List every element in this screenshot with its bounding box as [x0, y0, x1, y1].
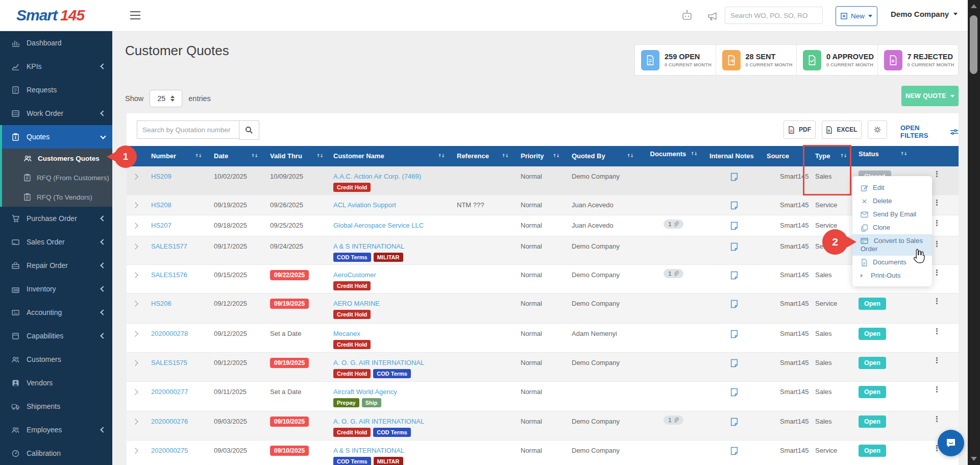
- internal-note-icon[interactable]: [730, 300, 738, 308]
- internal-note-icon[interactable]: [730, 222, 738, 230]
- sidebar-item-shipments[interactable]: Shipments: [0, 395, 112, 418]
- internal-note-icon[interactable]: [730, 330, 738, 338]
- row-actions-menu-button[interactable]: ⋮: [933, 198, 941, 207]
- row-expand-chevron[interactable]: [127, 236, 147, 264]
- chevron-right-icon[interactable]: [132, 301, 138, 306]
- pdf-export-button[interactable]: PDF: [783, 120, 816, 139]
- quote-number-link[interactable]: SALES1577: [151, 242, 187, 250]
- customer-name-link[interactable]: A. O. G. AIR INTERNATIONAL: [333, 418, 424, 425]
- smart145-logo[interactable]: Smart145: [16, 7, 84, 24]
- page-scrollbar[interactable]: [968, 0, 980, 465]
- internal-notes-cell[interactable]: [705, 265, 763, 293]
- row-expand-chevron[interactable]: [127, 195, 147, 215]
- sidebar-item-sales-order[interactable]: Sales Order: [0, 230, 112, 254]
- robot-assistant-icon[interactable]: [680, 9, 694, 23]
- customer-name-link[interactable]: A.A.C. Action Air Corp. (7469): [333, 173, 421, 180]
- chevron-right-icon[interactable]: [132, 331, 138, 336]
- quote-number-link[interactable]: 2020000277: [151, 388, 188, 396]
- internal-note-icon[interactable]: [730, 447, 738, 455]
- row-expand-chevron[interactable]: [127, 293, 147, 323]
- row-actions-menu-button[interactable]: ⋮: [933, 327, 941, 336]
- row-expand-chevron[interactable]: [127, 382, 147, 411]
- internal-notes-cell[interactable]: [705, 324, 763, 352]
- quote-number-link[interactable]: 2020000275: [151, 447, 188, 454]
- customer-name-link[interactable]: ACL Aviation Support: [333, 201, 396, 209]
- menu-item-delete[interactable]: Delete: [852, 194, 932, 208]
- sort-icon[interactable]: ↑↓: [251, 153, 258, 158]
- chevron-right-icon[interactable]: [132, 202, 138, 208]
- row-expand-chevron[interactable]: [127, 166, 147, 194]
- row-expand-chevron[interactable]: [127, 324, 147, 352]
- row-actions-menu-button[interactable]: ⋮: [933, 218, 941, 228]
- customer-name-link[interactable]: AeroCustomer: [333, 271, 376, 279]
- chevron-right-icon[interactable]: [132, 360, 138, 365]
- scrollbar-thumb[interactable]: [970, 15, 977, 74]
- sidebar-item-calibration[interactable]: Calibration: [0, 442, 112, 465]
- sort-icon[interactable]: ↑↓: [691, 151, 697, 156]
- documents-count-pill[interactable]: 1: [664, 269, 683, 278]
- chevron-right-icon[interactable]: [132, 389, 138, 395]
- column-header-status[interactable]: ↑↓Status: [855, 146, 915, 166]
- documents-count-pill[interactable]: 1: [664, 415, 683, 425]
- internal-note-icon[interactable]: [730, 242, 738, 251]
- sort-icon[interactable]: ↑↓: [627, 153, 633, 158]
- row-expand-chevron[interactable]: [127, 353, 147, 381]
- sidebar-item-rfq-from-customers[interactable]: RFQ (From Customers): [0, 168, 112, 187]
- announcements-icon[interactable]: [705, 9, 720, 23]
- internal-note-icon[interactable]: [730, 359, 738, 368]
- new-button[interactable]: New: [836, 6, 877, 26]
- internal-notes-cell[interactable]: [705, 293, 763, 323]
- menu-item-clone[interactable]: Clone: [852, 221, 932, 234]
- chevron-right-icon[interactable]: [132, 419, 138, 424]
- sidebar-item-vendors[interactable]: Vendors: [0, 371, 112, 395]
- row-actions-menu-button[interactable]: ⋮: [933, 169, 941, 179]
- column-header-valid-thru[interactable]: ↑↓Valid Thru: [266, 146, 331, 166]
- row-actions-menu-button[interactable]: ⋮: [933, 239, 941, 249]
- chevron-right-icon[interactable]: [132, 174, 138, 179]
- global-search-input[interactable]: [725, 7, 823, 24]
- sidebar-item-accounting[interactable]: Accounting: [0, 301, 112, 324]
- internal-note-icon[interactable]: [730, 173, 738, 181]
- sidebar-item-dashboard[interactable]: Dashboard: [0, 31, 112, 55]
- column-header-priority[interactable]: ↑↓Priority: [517, 146, 568, 166]
- row-actions-menu-button[interactable]: ⋮: [933, 414, 941, 424]
- column-header-number[interactable]: ↑↓Number: [147, 146, 210, 166]
- sort-icon[interactable]: ↑↓: [438, 153, 445, 158]
- scroll-up-arrow-icon[interactable]: [971, 4, 977, 8]
- sidebar-item-employees[interactable]: Employees: [0, 418, 112, 442]
- menu-item-print-outs[interactable]: Print-Outs: [852, 269, 932, 282]
- chat-bubble-button[interactable]: [938, 430, 964, 456]
- internal-notes-cell[interactable]: [705, 353, 763, 381]
- row-expand-chevron[interactable]: [127, 411, 147, 440]
- customer-name-link[interactable]: A & S INTERNATIONAL: [333, 447, 404, 454]
- internal-notes-cell[interactable]: [705, 411, 763, 440]
- internal-notes-cell[interactable]: [705, 236, 763, 264]
- customer-name-link[interactable]: Aircraft World Agency: [333, 388, 397, 396]
- page-size-select[interactable]: 25: [150, 90, 182, 107]
- scroll-down-arrow-icon[interactable]: [971, 457, 977, 461]
- quote-number-link[interactable]: HS206: [151, 300, 172, 307]
- column-header-customer-name[interactable]: ↑↓Customer Name: [331, 146, 453, 166]
- quote-number-link[interactable]: HS209: [151, 173, 172, 180]
- sort-icon[interactable]: ↑↓: [553, 153, 559, 158]
- hamburger-menu-icon[interactable]: [130, 11, 140, 19]
- row-actions-menu-button[interactable]: ⋮: [933, 356, 941, 365]
- sidebar-item-customers-quotes[interactable]: Customers Quotes: [0, 149, 112, 168]
- customer-name-link[interactable]: Mecanex: [333, 330, 360, 337]
- sidebar-item-requests[interactable]: Requests: [0, 78, 112, 102]
- customer-name-link[interactable]: A & S INTERNATIONAL: [333, 242, 404, 250]
- sidebar-item-kpis[interactable]: KPIs: [0, 55, 112, 78]
- menu-item-send-by-email[interactable]: Send By Email: [852, 208, 932, 221]
- internal-note-icon[interactable]: [730, 388, 738, 397]
- quote-number-link[interactable]: 2020000278: [151, 330, 188, 337]
- row-expand-chevron[interactable]: [127, 440, 147, 465]
- sidebar-item-capabilities[interactable]: Capabilities: [0, 324, 112, 348]
- sort-icon[interactable]: ↑↓: [502, 153, 508, 158]
- row-expand-chevron[interactable]: [127, 265, 147, 293]
- internal-notes-cell[interactable]: [705, 215, 763, 236]
- row-actions-menu-button[interactable]: ⋮: [933, 297, 941, 306]
- documents-count-pill[interactable]: 1: [664, 219, 683, 229]
- internal-notes-cell[interactable]: [705, 382, 763, 411]
- sort-icon[interactable]: ↑↓: [900, 151, 907, 156]
- chevron-right-icon[interactable]: [132, 223, 138, 228]
